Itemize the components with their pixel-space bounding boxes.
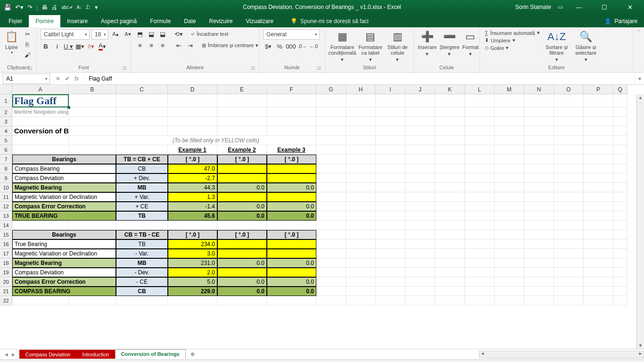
- tab-insert[interactable]: Inserare: [60, 15, 94, 27]
- wrap-text-button[interactable]: ⤶Încadrare text: [190, 29, 229, 39]
- user-name[interactable]: Sorin Stamate: [515, 4, 551, 10]
- quickprint-icon[interactable]: 🖶: [41, 4, 48, 11]
- autosum-button[interactable]: ∑Însumare automată ▾: [484, 29, 541, 36]
- accounting-format-icon[interactable]: $▾: [263, 41, 273, 51]
- maximize-button[interactable]: ☐: [595, 4, 614, 11]
- qat-more-icon[interactable]: ▾: [95, 4, 98, 11]
- group-cells: ➕Inserare▾ ➖Ștergere▾ ▭Format▾ Celule: [414, 27, 480, 72]
- copy-icon[interactable]: ⎘: [22, 40, 33, 49]
- find-select-button[interactable]: 🔍Găsire și selectare▾: [573, 29, 599, 62]
- dialog-launcher-icon[interactable]: ◲: [123, 66, 127, 70]
- collapse-ribbon-icon[interactable]: ˄: [634, 27, 644, 72]
- wrap-icon: ⤶: [190, 31, 195, 37]
- sheet-tab-compass-deviation[interactable]: Compass Deviation: [19, 350, 76, 359]
- align-middle-icon[interactable]: ⬓: [146, 29, 157, 39]
- align-bottom-icon[interactable]: ⬓: [157, 29, 168, 39]
- printpreview-icon[interactable]: 🖨: [51, 4, 58, 11]
- sort-filter-button[interactable]: A↓ZSortare și filtrare▾: [544, 29, 570, 62]
- quick-access-toolbar: 💾 ↶▾ ↷ | 🖶 🖨 abc✔ A↓ Z↓ ▾: [0, 4, 98, 11]
- format-as-table-button[interactable]: ▤Formatare ca tabel▾: [358, 29, 383, 62]
- tell-me[interactable]: 💡Spune-mi ce dorești să faci: [286, 15, 373, 27]
- underline-button[interactable]: U ▾: [63, 41, 74, 51]
- sort-desc-icon[interactable]: Z↓: [86, 5, 91, 10]
- delete-cells-button[interactable]: ➖Ștergere▾: [439, 29, 459, 57]
- undo-icon[interactable]: ↶▾: [15, 4, 24, 11]
- minimize-button[interactable]: —: [570, 4, 588, 11]
- row-headers[interactable]: 12345678910111213141516171819202122: [0, 94, 12, 305]
- dialog-launcher-icon[interactable]: ◲: [251, 66, 255, 70]
- format-cells-button[interactable]: ▭Format▾: [462, 29, 479, 57]
- fill-color-button[interactable]: ◊▾: [86, 41, 96, 51]
- increase-decimal-icon[interactable]: .0→: [297, 41, 307, 51]
- tab-view[interactable]: Vizualizare: [239, 15, 280, 27]
- expand-formula-bar-icon[interactable]: ▾: [635, 73, 644, 84]
- align-center-icon[interactable]: ≡: [146, 41, 157, 50]
- decrease-indent-icon[interactable]: ⇤: [173, 41, 184, 50]
- save-icon[interactable]: 💾: [4, 4, 11, 11]
- column-headers[interactable]: ABCDEFGHIJKLMNOPQ: [12, 85, 627, 94]
- format-painter-icon[interactable]: 🖌: [22, 50, 33, 59]
- formula-bar: A1 ✕ ✔ fx Flag Gaff ▾: [0, 73, 644, 85]
- paste-button[interactable]: 📋Lipire▾: [4, 29, 19, 55]
- sheet-nav[interactable]: ◄►: [0, 352, 20, 357]
- increase-font-icon[interactable]: A▴: [110, 29, 121, 39]
- fill-handle[interactable]: [67, 106, 70, 109]
- sheet-tab-conversion[interactable]: Conversion of Bearings: [115, 349, 186, 359]
- lightbulb-icon: 💡: [290, 18, 297, 25]
- tab-review[interactable]: Revizuire: [203, 15, 239, 27]
- cancel-formula-icon[interactable]: ✕: [56, 75, 60, 82]
- align-top-icon[interactable]: ⬒: [135, 29, 145, 39]
- cell-styles-button[interactable]: ▥Stiluri de celule▾: [386, 29, 410, 62]
- font-color-button[interactable]: A▾: [97, 41, 107, 51]
- spelling-icon[interactable]: abc✔: [61, 5, 73, 10]
- share-icon: 👤: [604, 18, 611, 25]
- horizontal-scrollbar[interactable]: [479, 351, 644, 358]
- tab-formulas[interactable]: Formule: [143, 15, 177, 27]
- share-button[interactable]: 👤Partajare: [598, 15, 644, 27]
- group-label-clipboard: Clipboard◲: [4, 65, 33, 71]
- tab-home[interactable]: Pornire: [29, 15, 60, 27]
- font-size-combo[interactable]: 18: [91, 29, 108, 40]
- align-left-icon[interactable]: ≡: [135, 41, 145, 50]
- font-name-combo[interactable]: Calibri Light: [41, 29, 90, 40]
- conditional-formatting-button[interactable]: ▦Formatare condițională▾: [329, 29, 355, 62]
- comma-format-icon[interactable]: 000: [286, 41, 296, 51]
- italic-button[interactable]: I: [52, 41, 62, 51]
- cells-area[interactable]: Flag GaffMaritime Navigation using Excel…: [12, 94, 627, 305]
- cut-icon[interactable]: ✂: [22, 29, 33, 39]
- name-box[interactable]: A1: [3, 74, 50, 84]
- orientation-icon[interactable]: ⟲▾: [173, 29, 184, 39]
- sort-asc-icon[interactable]: A↓: [77, 5, 83, 10]
- number-format-combo[interactable]: General: [263, 29, 320, 40]
- spreadsheet-grid[interactable]: ABCDEFGHIJKLMNOPQ 1234567891011121314151…: [0, 85, 644, 349]
- align-right-icon[interactable]: ≡: [157, 41, 168, 50]
- bold-button[interactable]: B: [41, 41, 51, 51]
- dialog-launcher-icon[interactable]: ◲: [317, 66, 321, 70]
- group-font: Calibri Light 18 A▴ A▾ B I U ▾ ▦▾ ◊▾ A▾ …: [37, 27, 131, 72]
- sheet-tab-introduction[interactable]: Introduction: [76, 350, 115, 359]
- insert-cells-button[interactable]: ➕Inserare▾: [418, 29, 437, 57]
- increase-indent-icon[interactable]: ⇥: [185, 41, 195, 50]
- merge-center-button[interactable]: ⊞Îmbinare și centrare ▾: [201, 41, 259, 50]
- fill-button[interactable]: ⬇Umplere ▾: [484, 37, 541, 44]
- redo-icon[interactable]: ↷: [27, 4, 33, 11]
- formula-input[interactable]: Flag Gaff: [84, 74, 635, 84]
- vertical-scrollbar[interactable]: [636, 94, 644, 349]
- enter-formula-icon[interactable]: ✔: [65, 75, 70, 82]
- tab-page-layout[interactable]: Aspect pagină: [94, 15, 143, 27]
- close-button[interactable]: ✕: [620, 4, 639, 11]
- decrease-decimal-icon[interactable]: ←.0: [308, 41, 319, 51]
- fx-icon[interactable]: fx: [74, 75, 79, 82]
- tab-data[interactable]: Date: [177, 15, 202, 27]
- group-clipboard: 📋Lipire▾ ✂ ⎘ 🖌 Clipboard◲: [0, 27, 37, 72]
- clear-button[interactable]: ◇Golire ▾: [484, 44, 541, 51]
- new-sheet-button[interactable]: ⊕: [186, 351, 199, 357]
- tab-file[interactable]: Fișier: [2, 15, 29, 27]
- ribbon-options-icon[interactable]: ▭: [558, 4, 563, 10]
- window-title: Compass Deviation. Conversion of Bearing…: [243, 4, 401, 10]
- borders-button[interactable]: ▦▾: [74, 41, 85, 51]
- select-all-corner[interactable]: [0, 85, 12, 94]
- percent-format-icon[interactable]: %: [274, 41, 285, 51]
- dialog-launcher-icon[interactable]: ◲: [28, 66, 33, 70]
- paste-icon: 📋: [5, 30, 18, 43]
